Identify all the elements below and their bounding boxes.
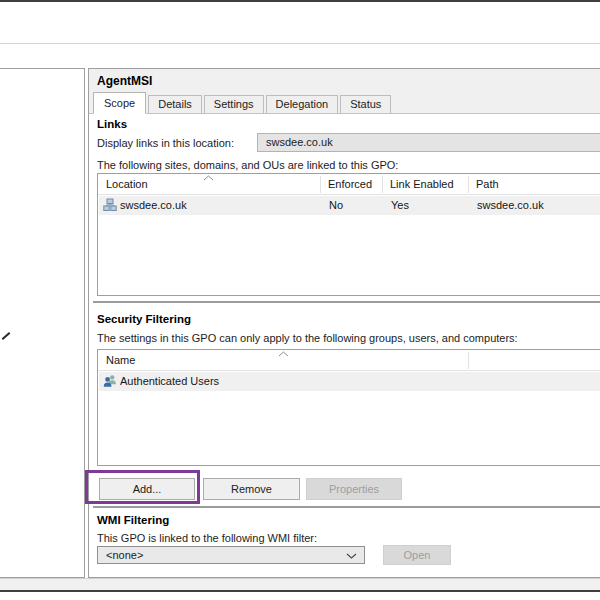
window-top-border (0, 0, 600, 2)
column-header-location[interactable]: Location (106, 178, 148, 190)
window-bottom-border (0, 590, 600, 592)
tab-status[interactable]: Status (340, 95, 391, 114)
gpmc-window: AgentMSI Scope Details Settings Delegati… (0, 0, 600, 600)
security-filtering-heading: Security Filtering (97, 313, 191, 325)
column-header-name[interactable]: Name (106, 354, 135, 366)
properties-button[interactable]: Properties (306, 478, 402, 500)
cell-enforced: No (329, 199, 343, 211)
wmi-filtering-caption: This GPO is linked to the following WMI … (97, 532, 317, 544)
users-icon (103, 374, 117, 388)
security-filtering-caption: The settings in this GPO can only apply … (97, 332, 518, 344)
column-divider[interactable] (320, 176, 321, 193)
tab-delegation[interactable]: Delegation (266, 95, 339, 114)
tree-clipped-artifact (2, 332, 11, 340)
gpo-title: AgentMSI (97, 74, 152, 88)
column-divider[interactable] (468, 176, 469, 193)
wmi-filter-value: <none> (106, 549, 143, 561)
sort-ascending-icon (278, 351, 289, 357)
tab-scope[interactable]: Scope (93, 92, 146, 114)
gpo-pane-header: AgentMSI Scope Details Settings Delegati… (89, 69, 600, 114)
column-header-path[interactable]: Path (476, 178, 499, 190)
section-separator (93, 506, 600, 508)
display-links-label: Display links in this location: (97, 137, 234, 149)
links-table: Location Enforced Link Enabled Path (97, 173, 600, 296)
tab-bar: Scope Details Settings Delegation Status (93, 95, 393, 114)
annotation-highlight (85, 470, 200, 504)
chevron-down-icon (346, 553, 357, 559)
wmi-filtering-heading: WMI Filtering (97, 514, 169, 526)
domain-icon (103, 198, 117, 212)
toolbar-divider (0, 43, 600, 44)
cell-name: Authenticated Users (120, 375, 219, 387)
links-table-row[interactable]: swsdee.co.uk No Yes swsdee.co.uk (99, 196, 600, 215)
tab-settings[interactable]: Settings (204, 95, 264, 114)
links-table-header: Location Enforced Link Enabled Path (98, 174, 600, 195)
cell-location: swsdee.co.uk (120, 199, 187, 211)
links-table-caption: The following sites, domains, and OUs ar… (97, 159, 398, 171)
security-table-header: Name (98, 350, 600, 371)
links-heading: Links (97, 118, 127, 130)
status-bar (0, 578, 600, 590)
open-button[interactable]: Open (383, 545, 451, 565)
section-separator (93, 301, 600, 303)
console-tree-pane (0, 68, 85, 578)
security-table-row[interactable]: Authenticated Users (99, 372, 600, 391)
cell-link-enabled: Yes (391, 199, 409, 211)
cell-path: swsdee.co.uk (477, 199, 544, 211)
wmi-filter-select[interactable]: <none> (97, 546, 365, 564)
column-divider[interactable] (382, 176, 383, 193)
sort-ascending-icon (203, 175, 214, 181)
remove-button[interactable]: Remove (203, 478, 300, 500)
tab-details[interactable]: Details (148, 95, 202, 114)
column-header-enforced[interactable]: Enforced (328, 178, 372, 190)
security-filtering-table: Name Authenticated Users (97, 349, 600, 466)
column-header-link-enabled[interactable]: Link Enabled (390, 178, 454, 190)
display-links-combo[interactable]: swsdee.co.uk (257, 133, 600, 152)
column-divider[interactable] (468, 352, 469, 369)
